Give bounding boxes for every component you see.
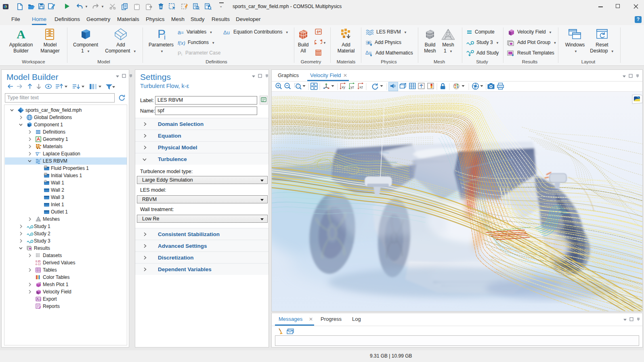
svg-text:∇: ∇ (36, 151, 39, 157)
svg-text:D: D (45, 165, 46, 168)
svg-text:P: P (178, 50, 181, 56)
svg-text:D: D (45, 173, 46, 175)
svg-text:f(x): f(x) (178, 40, 185, 46)
svg-text:A: A (17, 28, 25, 40)
svg-text:a: a (178, 29, 181, 35)
svg-text:xz: xz (359, 85, 363, 89)
svg-text:i: i (164, 33, 166, 41)
svg-text:i: i (181, 52, 182, 56)
svg-text:*: * (40, 282, 41, 285)
svg-text:e-12: e-12 (36, 263, 41, 266)
svg-text:*: * (39, 151, 40, 155)
svg-text:Δu: Δu (223, 29, 230, 35)
svg-text:xy: xy (342, 85, 346, 89)
svg-text:=: = (181, 30, 184, 35)
svg-text:yz: yz (350, 85, 355, 89)
svg-text:*: * (40, 158, 41, 161)
